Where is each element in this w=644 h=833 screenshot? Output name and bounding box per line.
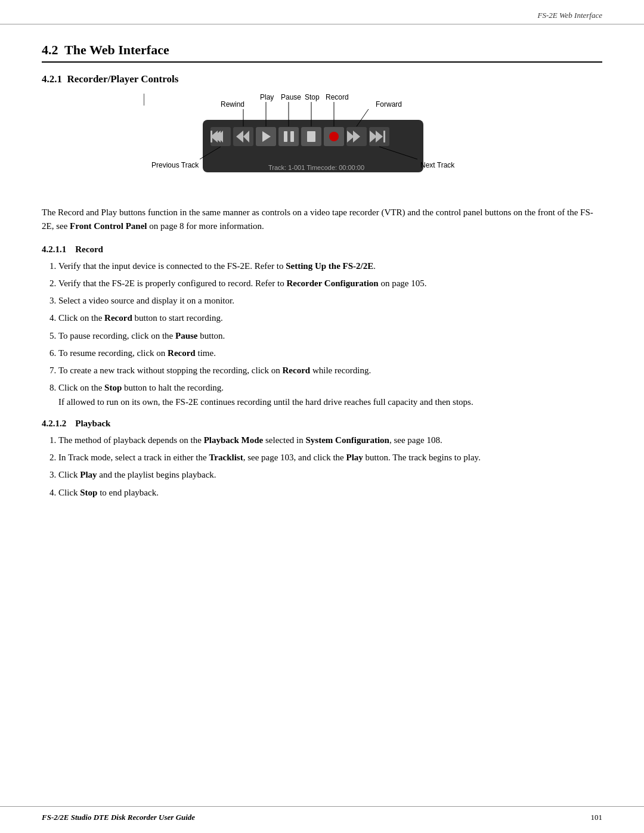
- record-step-5: To pause recording, click on the Pause b…: [58, 329, 602, 343]
- record-steps: Verify that the input device is connecte…: [58, 259, 602, 409]
- subsection-title: Recorder/Player Controls: [67, 73, 179, 85]
- record-heading: 4.2.1.1 Record: [42, 244, 602, 255]
- playback-step-3: Click Play and the playlist begins playb…: [58, 468, 602, 482]
- intro-paragraph: The Record and Play buttons function in …: [42, 206, 602, 234]
- section-number: 4.2: [42, 42, 64, 57]
- intro-bold: Front Control Panel: [70, 221, 147, 231]
- record-stop-note: If allowed to run on its own, the FS-2E …: [58, 397, 473, 407]
- playback-heading: 4.2.1.2 Playback: [42, 419, 602, 429]
- playback-step-4: Click Stop to end playback.: [58, 486, 602, 500]
- subsection-number: 4.2.1: [42, 73, 67, 85]
- svg-rect-3: [143, 94, 145, 106]
- record-step-6: To resume recording, click on Record tim…: [58, 346, 602, 360]
- subsection-heading: 4.2.1 Recorder/Player Controls: [42, 73, 602, 85]
- section-heading: 4.2 The Web Interface: [42, 42, 602, 63]
- record-step-1: Verify that the input device is connecte…: [58, 259, 602, 273]
- svg-text:Stop: Stop: [305, 94, 320, 101]
- playback-title: Playback: [75, 419, 110, 428]
- svg-rect-13: [284, 131, 287, 142]
- header-text: FS-2E Web Interface: [537, 11, 602, 20]
- diagram-svg: Track: 1-001 Timecode: 00:00:00 Rewind P…: [143, 94, 501, 195]
- svg-rect-12: [278, 127, 299, 146]
- svg-text:Next Track: Next Track: [420, 161, 455, 169]
- svg-text:Pause: Pause: [281, 94, 301, 101]
- main-content: 4.2 The Web Interface 4.2.1 Recorder/Pla…: [0, 24, 644, 806]
- page-header: FS-2E Web Interface: [0, 0, 644, 24]
- record-step-2: Verify that the FS-2E is properly config…: [58, 277, 602, 290]
- footer-page: 101: [591, 813, 603, 822]
- playback-section-num: 4.2.1.2: [42, 419, 66, 428]
- svg-rect-14: [290, 131, 294, 142]
- svg-point-18: [329, 132, 339, 141]
- section-title: The Web Interface: [64, 42, 169, 57]
- svg-text:Track: 1-001   Timecode: 00:00: Track: 1-001 Timecode: 00:00:00: [268, 164, 364, 171]
- player-diagram-outer: Track: 1-001 Timecode: 00:00:00 Rewind P…: [143, 94, 501, 195]
- svg-rect-16: [307, 131, 315, 142]
- intro-text2: on page 8 for more information.: [147, 221, 264, 231]
- record-step-3: Select a video source and display it on …: [58, 294, 602, 308]
- playback-step-2: In Track mode, select a track in either …: [58, 451, 602, 465]
- footer-title: FS-2/2E Studio DTE Disk Recorder User Gu…: [42, 813, 195, 822]
- svg-text:Previous Track: Previous Track: [151, 161, 199, 169]
- svg-text:Record: Record: [326, 94, 349, 101]
- playback-step-1: The method of playback depends on the Pl…: [58, 433, 602, 447]
- page-footer: FS-2/2E Studio DTE Disk Recorder User Gu…: [0, 806, 644, 833]
- page: FS-2E Web Interface 4.2 The Web Interfac…: [0, 0, 644, 833]
- record-subsection: 4.2.1.1 Record Verify that the input dev…: [42, 244, 602, 409]
- record-step-7: To create a new track without stopping t…: [58, 364, 602, 377]
- record-step-4: Click on the Record button to start reco…: [58, 311, 602, 325]
- svg-text:Play: Play: [260, 94, 274, 101]
- playback-subsection: 4.2.1.2 Playback The method of playback …: [42, 419, 602, 500]
- svg-rect-25: [383, 131, 385, 143]
- svg-text:Rewind: Rewind: [221, 100, 244, 109]
- record-section-num: 4.2.1.1: [42, 244, 66, 254]
- record-title: Record: [75, 244, 103, 254]
- svg-text:Forward: Forward: [376, 100, 402, 109]
- playback-steps: The method of playback depends on the Pl…: [58, 433, 602, 500]
- record-step-8: Click on the Stop button to halt the rec…: [58, 381, 602, 409]
